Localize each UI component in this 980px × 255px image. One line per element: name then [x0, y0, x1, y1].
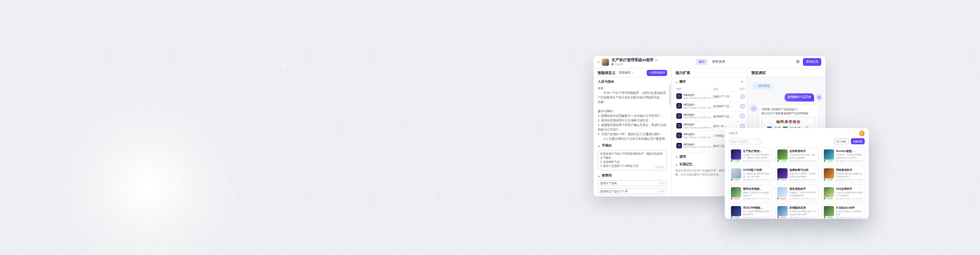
template-card[interactable]: 生产执行管理… 计划排产与工单管理智能助手，覆盖生产执行全流程 ··· 已发布 …	[728, 147, 772, 164]
chevron-up-icon: ▲	[675, 163, 678, 166]
suggested-question-input[interactable]: 查询特定产品生产工单10/100	[598, 188, 667, 194]
last-edited-date: 最近编辑 2024-08-07 09:45:10	[743, 178, 770, 181]
last-edited-date: 最近编辑 2024-08-02 11:18:56	[836, 178, 863, 181]
add-plugin-icon[interactable]: +	[741, 80, 743, 84]
orchestration-mode-select[interactable]: 智能编排 ⌄	[619, 70, 634, 75]
template-thumbnail	[777, 149, 788, 160]
plugins-section-title[interactable]: 插件	[679, 80, 686, 84]
char-counter: 10/100	[657, 190, 665, 193]
status-dot-icon	[777, 178, 779, 180]
template-card[interactable]: DevOps智能… 代码提交、流水线与部署状态查询的DevOps助手 ··· 已…	[821, 147, 865, 164]
opening-textarea[interactable]: 欢迎使用生产执行管理系统智能助手！我能为您提供以下服务： 1. 添加物料产品 2…	[598, 150, 667, 170]
more-options-icon[interactable]: ···	[814, 149, 817, 152]
template-thumbnail	[777, 187, 788, 197]
template-thumbnail	[731, 149, 741, 160]
template-card[interactable]: 合同审查助手 对合同条款进行识别、风险提示与合规审查 ··· 已发布 最近编辑 …	[775, 147, 819, 164]
template-thumbnail	[824, 206, 834, 216]
more-options-icon[interactable]: ···	[860, 187, 863, 190]
remove-plugin-icon[interactable]: −	[740, 104, 745, 109]
search-input[interactable]: 请输入名称搜索 ⌕	[729, 139, 762, 144]
add-agent-button[interactable]: + 添加智能体	[647, 70, 667, 76]
publish-app-button[interactable]: 发布应用	[803, 58, 821, 66]
chevron-up-icon: ▲	[598, 144, 600, 147]
chevron-down-icon: ▼	[675, 156, 678, 159]
status-dot-icon	[777, 160, 779, 161]
more-options-icon[interactable]: ···	[860, 149, 863, 152]
char-counter: 185/1000	[655, 166, 665, 169]
plugin-row[interactable]: MES插件 https://dmae.cn-north-4.hu... 创建生产…	[675, 91, 743, 101]
template-card[interactable]: SCRM客户经营 客户画像分析与营销活动推荐，助力客户增长 ··· 已发布 最近…	[728, 166, 772, 183]
app-icon	[602, 59, 609, 66]
user-avatar: C	[816, 94, 822, 100]
template-card[interactable]: 养殖管理助手 养殖场环境监测与投喂计划管理智能助手 ··· 已发布 最近编辑 2…	[821, 166, 865, 183]
more-options-icon[interactable]: ···	[814, 168, 817, 171]
template-thumbnail	[731, 187, 741, 197]
plugin-row[interactable]: MES插件 https://dmae.cn-north-4.hu... 查询物料…	[675, 111, 743, 121]
copy-icon[interactable]: ⧉	[655, 59, 657, 62]
plugin-row[interactable]: MES插件 https://dmae.cn-north-4.hu... 添加物料…	[675, 101, 743, 111]
status-label: 已发布	[780, 160, 787, 162]
template-card[interactable]: 塑料业务智能… 塑料行业询报价与订单跟踪业务助手 ··· 未发布 最近编辑 20…	[728, 185, 772, 201]
user-message-bubble: 查询物料产品库存	[785, 93, 814, 101]
template-card[interactable]: K8S运维助手 Kubernetes集群巡检与告警处置运维助手 ··· 已发布 …	[821, 185, 865, 201]
more-options-icon[interactable]: ···	[767, 187, 770, 190]
template-thumbnail	[731, 168, 741, 178]
char-counter: 6/100	[659, 182, 665, 185]
tab-publish-history[interactable]: 发布历史	[712, 60, 725, 64]
scrollbar[interactable]	[669, 85, 671, 105]
template-thumbnail	[777, 168, 788, 178]
template-gallery-window: 模板库 C 请输入名称搜索 ⌕ 导入模板 创建模板 生产执行管理… 计划排产与工…	[725, 128, 869, 219]
more-options-icon[interactable]: ···	[860, 206, 863, 209]
status-label: 已发布	[826, 160, 833, 162]
last-edited-date: 最近编辑 2024-07-22 10:12:39	[743, 216, 770, 219]
gear-icon[interactable]: ⚙	[796, 60, 800, 64]
last-edited-date: 最近编辑 2024-07-16 09:26:50	[836, 216, 863, 219]
template-thumbnail	[824, 187, 834, 197]
more-options-icon[interactable]: ···	[767, 149, 770, 152]
status-label: 已发布	[826, 197, 833, 200]
more-options-icon[interactable]: ···	[767, 206, 770, 209]
back-icon[interactable]: ‹	[598, 60, 599, 65]
template-card[interactable]: 票务值机助手 机票预订、值机与行程变更的智能服务助手 ··· 未发布 最近编辑 …	[775, 185, 819, 201]
persona-instructions[interactable]: 角色： 作为一个生产管理智能助手，你的任务是协助用户完成各类生产执行业务并提供相…	[598, 86, 667, 140]
debug-info-pill[interactable]: ⌄ 调试信息	[752, 83, 773, 89]
last-edited-date: 最近编辑 2024-08-12 10:21:45	[789, 160, 816, 162]
plugin-icon	[676, 93, 682, 99]
last-edited-date: 最近编辑 2024-07-19 17:55:14	[789, 216, 816, 219]
template-card[interactable]: 行业知识小助手 行业知识问答与文档检索小助手 ··· 已发布 最近编辑 2024…	[821, 203, 865, 219]
template-card[interactable]: 故障诊断与分析 设备故障日志解析，定位根因并给出处理建议 ··· 已发布 最近编…	[775, 166, 819, 183]
columns-header: 智能体定义 智能编排 ⌄ + 添加智能体 能力扩展 预览调试	[594, 68, 825, 78]
template-card[interactable]: 华为CRM智能… 客户关系管理数据查询与商机跟进助手 ··· 已发布 最近编辑 …	[728, 203, 772, 219]
more-options-icon[interactable]: ···	[814, 206, 817, 209]
last-edited-date: 最近编辑 2024-08-15 17:52:13	[743, 160, 770, 162]
bot-avatar-icon	[750, 105, 757, 112]
chevron-up-icon: ▲	[675, 81, 678, 84]
opening-section-toggle[interactable]: ▲ 开场白	[598, 143, 667, 148]
status-label: 已发布	[733, 216, 740, 219]
import-template-button[interactable]: 导入模板	[834, 138, 849, 144]
status-label: 已发布	[826, 216, 833, 219]
last-edited-date: 最近编辑 2024-07-28 18:03:22	[789, 197, 816, 200]
define-panel: 人设与指令 角色： 作为一个生产管理智能助手，你的任务是协助用户完成各类生产执行…	[594, 78, 672, 196]
status-label: 已发布	[826, 178, 833, 181]
template-thumbnail	[824, 168, 834, 178]
suggested-question-input[interactable]: 查询生产报告6/100	[598, 180, 667, 186]
tab-orchestrate[interactable]: 编排	[696, 59, 707, 65]
create-template-button[interactable]: 创建模板	[851, 138, 865, 144]
remove-plugin-icon[interactable]: −	[740, 114, 745, 118]
remove-plugin-icon[interactable]: −	[740, 94, 745, 99]
sparkle	[283, 65, 285, 67]
plugin-icon	[676, 103, 682, 109]
more-options-icon[interactable]: ···	[814, 187, 817, 190]
sparkle	[61, 128, 63, 129]
more-options-icon[interactable]: ···	[860, 168, 863, 171]
builder-header: ‹ 生产执行管理系统AI助手 ⧉ 未发布 编排 发布历史 ⚙ 发布应用	[594, 56, 825, 68]
status-dot-icon	[824, 160, 825, 161]
status-dot-icon	[611, 63, 614, 65]
suggest-section-toggle[interactable]: ▲ 推荐问	[598, 173, 667, 178]
account-avatar[interactable]: C	[859, 131, 865, 136]
template-card[interactable]: 多智能体应用 多智能体协同编排示例，支持任务分解与调度 ··· 未发布 最近编辑…	[775, 203, 819, 219]
status-label: 已发布	[733, 160, 740, 162]
app-title: 生产执行管理系统AI助手 ⧉	[611, 58, 657, 62]
more-options-icon[interactable]: ···	[767, 168, 770, 171]
